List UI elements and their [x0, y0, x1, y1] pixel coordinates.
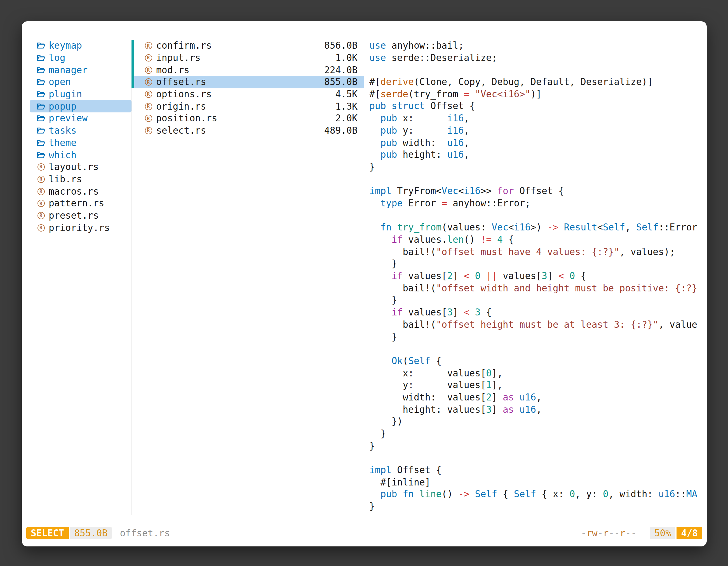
- desktop-background: keymaplogmanageropenpluginpopuppreviewta…: [0, 0, 728, 566]
- file-name: offset.rs: [156, 77, 206, 88]
- code-line: pub fn line() -> Self { Self { x: 0, y: …: [369, 488, 701, 501]
- file-row-select-rs[interactable]: Rselect.rs489.0B: [134, 125, 364, 137]
- folder-icon: [36, 151, 45, 159]
- rust-file-icon: R: [36, 175, 45, 184]
- file-name: select.rs: [156, 125, 206, 136]
- sidebar-item-label: open: [49, 77, 71, 88]
- rust-file-icon: R: [36, 211, 45, 220]
- sidebar-item-priority-rs[interactable]: Rpriority.rs: [30, 222, 131, 234]
- file-permissions: -rw-r--r--: [581, 528, 637, 538]
- sidebar-item-label: macros.rs: [49, 186, 99, 197]
- hovered-filename: offset.rs: [120, 528, 170, 538]
- code-line: if values[3] < 3 {: [369, 306, 701, 318]
- sidebar-item-which[interactable]: which: [30, 149, 131, 161]
- code-line: pub y: i16,: [369, 125, 701, 137]
- code-line: width: values[2] as u16,: [369, 391, 701, 403]
- code-line: }: [369, 294, 701, 306]
- folder-icon: [36, 41, 45, 50]
- code-line: [369, 452, 701, 464]
- sidebar-item-label: preview: [49, 113, 88, 124]
- code-line: pub x: i16,: [369, 112, 701, 125]
- sidebar-item-layout-rs[interactable]: Rlayout.rs: [30, 161, 131, 173]
- rust-file-icon: R: [144, 53, 153, 62]
- file-name: origin.rs: [156, 101, 206, 112]
- rust-file-icon: R: [36, 223, 45, 232]
- current-pane: Rconfirm.rs856.0BRinput.rs1.0KRmod.rs224…: [134, 40, 364, 137]
- sidebar-item-lib-rs[interactable]: Rlib.rs: [30, 173, 131, 185]
- code-line: use anyhow::bail;: [369, 40, 701, 52]
- sidebar-item-keymap[interactable]: keymap: [30, 40, 131, 52]
- code-line: x: values[0],: [369, 367, 701, 379]
- code-line: [369, 64, 701, 76]
- file-name: position.rs: [156, 113, 217, 124]
- file-row-input-rs[interactable]: Rinput.rs1.0K: [134, 52, 364, 64]
- sidebar-item-label: log: [49, 53, 65, 63]
- parent-pane: keymaplogmanageropenpluginpopuppreviewta…: [30, 40, 131, 234]
- mode-badge: SELECT: [26, 527, 69, 539]
- pane-divider-left: [131, 40, 132, 515]
- folder-icon: [36, 78, 45, 87]
- code-line: y: values[1],: [369, 379, 701, 391]
- code-line: [369, 343, 701, 355]
- file-name: options.rs: [156, 89, 212, 100]
- file-row-origin-rs[interactable]: Rorigin.rs1.3K: [134, 100, 364, 112]
- code-line: [369, 173, 701, 185]
- sidebar-item-label: lib.rs: [49, 174, 82, 185]
- sidebar-item-macros-rs[interactable]: Rmacros.rs: [30, 186, 131, 198]
- code-line: }: [369, 440, 701, 452]
- sidebar-item-label: keymap: [49, 41, 82, 51]
- code-line: }: [369, 258, 701, 270]
- cursor-position-badge: 4/8: [677, 527, 702, 539]
- sidebar-item-popup[interactable]: popup: [30, 100, 131, 112]
- code-line: #[serde(try_from = "Vec<i16>")]: [369, 88, 701, 100]
- file-row-offset-rs[interactable]: Roffset.rs855.0B: [134, 76, 364, 88]
- code-line: bail!("offset width and height must be p…: [369, 283, 701, 294]
- file-list-scrollbar[interactable]: [131, 40, 134, 88]
- code-line: height: values[3] as u16,: [369, 403, 701, 415]
- sidebar-item-label: theme: [49, 138, 76, 148]
- folder-icon: [36, 114, 45, 123]
- code-line: type Error = anyhow::Error;: [369, 198, 701, 210]
- file-size: 1.3K: [335, 101, 358, 112]
- code-line: bail!("offset must have 4 values: {:?}",…: [369, 246, 701, 258]
- code-line: }: [369, 161, 701, 173]
- sidebar-item-tasks[interactable]: tasks: [30, 125, 131, 137]
- file-name: input.rs: [156, 53, 201, 63]
- file-row-options-rs[interactable]: Roptions.rs4.5K: [134, 88, 364, 100]
- code-line: #[inline]: [369, 476, 701, 488]
- file-row-position-rs[interactable]: Rposition.rs2.0K: [134, 112, 364, 125]
- code-line: use serde::Deserialize;: [369, 52, 701, 64]
- sidebar-item-manager[interactable]: manager: [30, 64, 131, 76]
- rust-file-icon: R: [144, 90, 153, 99]
- terminal-window: keymaplogmanageropenpluginpopuppreviewta…: [22, 21, 707, 546]
- sidebar-item-log[interactable]: log: [30, 52, 131, 64]
- code-line: [369, 210, 701, 222]
- sidebar-item-preview[interactable]: preview: [30, 112, 131, 125]
- code-line: pub width: u16,: [369, 137, 701, 149]
- preview-pane[interactable]: use anyhow::bail;use serde::Deserialize;…: [369, 40, 701, 513]
- rust-file-icon: R: [144, 114, 153, 123]
- file-name: confirm.rs: [156, 41, 212, 51]
- file-row-confirm-rs[interactable]: Rconfirm.rs856.0B: [134, 40, 364, 52]
- sidebar-item-open[interactable]: open: [30, 76, 131, 88]
- file-size: 489.0B: [324, 125, 358, 136]
- folder-icon: [36, 102, 45, 111]
- code-line: impl TryFrom<Vec<i16>> for Offset {: [369, 186, 701, 198]
- rust-file-icon: R: [36, 199, 45, 208]
- sidebar-item-label: which: [49, 150, 76, 160]
- sidebar-item-theme[interactable]: theme: [30, 137, 131, 149]
- sidebar-item-preset-rs[interactable]: Rpreset.rs: [30, 210, 131, 222]
- file-row-mod-rs[interactable]: Rmod.rs224.0B: [134, 64, 364, 76]
- sidebar-item-plugin[interactable]: plugin: [30, 88, 131, 100]
- rust-file-icon: R: [36, 187, 45, 196]
- code-line: impl Offset {: [369, 464, 701, 476]
- folder-icon: [36, 90, 45, 99]
- code-line: fn try_from(values: Vec<i16>) -> Result<…: [369, 222, 701, 234]
- folder-icon: [36, 65, 45, 74]
- rust-file-icon: R: [144, 41, 153, 50]
- code-line: pub struct Offset {: [369, 100, 701, 112]
- file-size: 2.0K: [335, 113, 358, 124]
- sidebar-item-label: manager: [49, 65, 88, 75]
- sidebar-item-label: preset.rs: [49, 210, 99, 221]
- sidebar-item-pattern-rs[interactable]: Rpattern.rs: [30, 198, 131, 210]
